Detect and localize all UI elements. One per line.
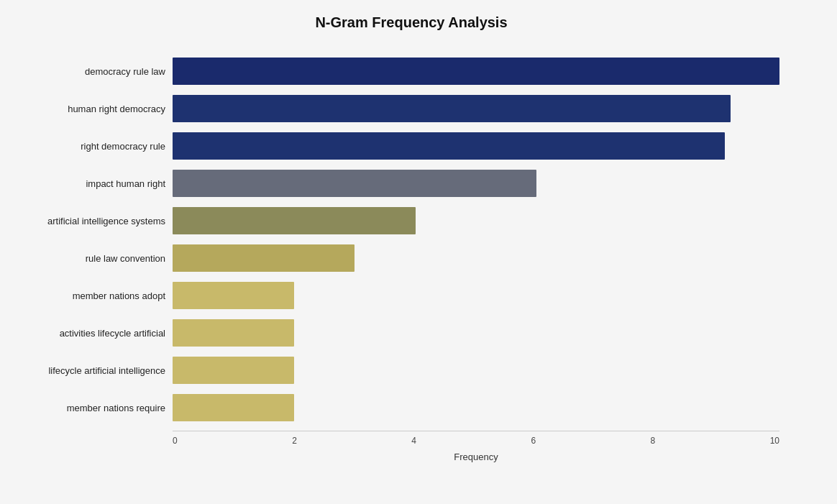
bar-row: human right democracy bbox=[173, 90, 779, 127]
x-tick: 8 bbox=[651, 436, 656, 446]
x-axis-line bbox=[173, 431, 779, 431]
bar-label: member nations require bbox=[14, 403, 165, 413]
chart-title: N-Gram Frequency Analysis bbox=[14, 14, 808, 31]
bar-track bbox=[173, 244, 779, 272]
x-tick: 0 bbox=[173, 436, 178, 446]
bar-track bbox=[173, 394, 779, 421]
bar-track bbox=[173, 95, 779, 122]
bar-fill bbox=[173, 132, 725, 160]
bar-row: right democracy rule bbox=[173, 127, 779, 165]
bar-label: lifecycle artificial intelligence bbox=[14, 365, 165, 376]
bar-fill bbox=[173, 207, 416, 234]
bar-track bbox=[173, 282, 779, 309]
x-tick: 10 bbox=[770, 436, 779, 446]
bar-label: impact human right bbox=[14, 178, 165, 189]
x-tick: 6 bbox=[531, 436, 536, 446]
bar-fill bbox=[173, 95, 731, 122]
bar-label: artificial intelligence systems bbox=[14, 216, 165, 226]
bar-row: democracy rule law bbox=[173, 52, 779, 90]
x-tick: 4 bbox=[411, 436, 416, 446]
bar-track bbox=[173, 319, 779, 347]
bar-fill bbox=[173, 394, 294, 421]
x-axis-label: Frequency bbox=[14, 452, 808, 462]
bar-fill bbox=[173, 170, 536, 197]
bar-row: member nations require bbox=[173, 389, 779, 426]
bar-fill bbox=[173, 58, 779, 85]
bar-fill bbox=[173, 357, 294, 384]
chart-area: democracy rule lawhuman right democracyr… bbox=[14, 52, 808, 426]
x-tick: 2 bbox=[292, 436, 297, 446]
bar-label: activities lifecycle artificial bbox=[14, 328, 165, 339]
bar-track bbox=[173, 357, 779, 384]
bar-track bbox=[173, 207, 779, 234]
bar-label: rule law convention bbox=[14, 253, 165, 264]
bar-fill bbox=[173, 282, 294, 309]
x-ticks: 0246810 bbox=[173, 431, 779, 446]
bar-label: member nations adopt bbox=[14, 290, 165, 301]
chart-container: N-Gram Frequency Analysis democracy rule… bbox=[0, 0, 837, 504]
bar-fill bbox=[173, 319, 294, 347]
bar-row: activities lifecycle artificial bbox=[173, 314, 779, 352]
bar-row: lifecycle artificial intelligence bbox=[173, 352, 779, 389]
bar-row: rule law convention bbox=[173, 239, 779, 277]
bar-track bbox=[173, 58, 779, 85]
bar-label: right democracy rule bbox=[14, 141, 165, 152]
bar-fill bbox=[173, 244, 355, 272]
bar-row: artificial intelligence systems bbox=[173, 202, 779, 239]
bar-label: democracy rule law bbox=[14, 66, 165, 77]
bar-track bbox=[173, 132, 779, 160]
bar-row: impact human right bbox=[173, 165, 779, 202]
bar-track bbox=[173, 170, 779, 197]
bar-label: human right democracy bbox=[14, 104, 165, 114]
bar-row: member nations adopt bbox=[173, 277, 779, 314]
x-axis: 0246810 bbox=[14, 431, 808, 446]
